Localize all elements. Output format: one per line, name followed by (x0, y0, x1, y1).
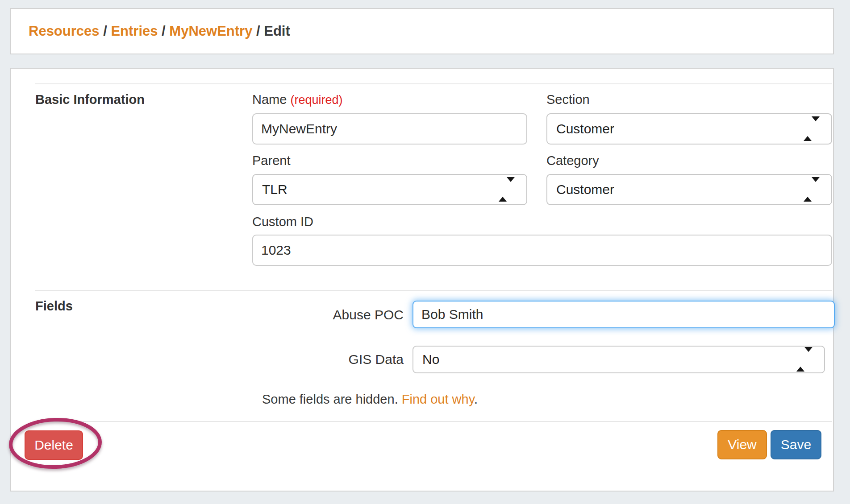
footer-divider (35, 421, 832, 422)
parent-select-value: TLR (262, 182, 288, 197)
section-select[interactable]: Customer (546, 113, 832, 145)
name-required-note: (required) (290, 93, 342, 107)
hidden-fields-note-suffix: . (474, 392, 478, 406)
select-arrows-icon (796, 352, 812, 367)
find-out-why-link[interactable]: Find out why (402, 392, 474, 406)
select-arrows-icon (499, 182, 515, 197)
view-button[interactable]: View (717, 430, 767, 459)
section-label: Section (546, 92, 590, 107)
fields-section-title: Fields (35, 299, 73, 314)
parent-label: Parent (252, 153, 290, 168)
breadcrumb-current-edit: Edit (264, 23, 290, 39)
category-select[interactable]: Customer (546, 174, 832, 205)
gis-data-label: GIS Data (270, 352, 404, 367)
breadcrumb: Resources / Entries / MyNewEntry / Edit (29, 9, 290, 54)
name-label-text: Name (252, 92, 287, 107)
breadcrumb-link-entries[interactable]: Entries (111, 23, 158, 39)
save-button[interactable]: Save (771, 430, 821, 459)
name-label: Name (required) (252, 92, 342, 107)
delete-button[interactable]: Delete (25, 430, 83, 460)
hidden-fields-note-text: Some fields are hidden. (262, 392, 402, 406)
category-select-value: Customer (556, 182, 614, 197)
gis-data-select[interactable]: No (412, 346, 825, 373)
edit-form-card: Basic Information Name (required) Sectio… (10, 68, 834, 492)
custom-id-input[interactable] (252, 235, 832, 266)
gis-data-select-value: No (422, 352, 439, 367)
category-label: Category (546, 153, 599, 168)
select-arrows-icon (804, 121, 820, 136)
name-input[interactable] (252, 113, 527, 145)
breadcrumb-card: Resources / Entries / MyNewEntry / Edit (10, 8, 834, 54)
parent-select[interactable]: TLR (252, 174, 527, 205)
page-background: Resources / Entries / MyNewEntry / Edit … (0, 0, 850, 504)
abuse-poc-label: Abuse POC (270, 307, 404, 322)
hidden-fields-note: Some fields are hidden. Find out why. (262, 392, 478, 407)
abuse-poc-input[interactable] (412, 301, 835, 328)
section-divider (35, 83, 832, 84)
breadcrumb-separator: / (252, 23, 264, 39)
breadcrumb-separator: / (100, 23, 111, 39)
breadcrumb-link-mynewentry[interactable]: MyNewEntry (169, 23, 252, 39)
select-arrows-icon (804, 182, 820, 197)
breadcrumb-separator: / (158, 23, 169, 39)
breadcrumb-link-resources[interactable]: Resources (29, 23, 100, 39)
section-select-value: Customer (556, 121, 614, 136)
custom-id-label: Custom ID (252, 215, 313, 229)
basic-information-title: Basic Information (35, 92, 145, 107)
section-divider (35, 290, 832, 291)
